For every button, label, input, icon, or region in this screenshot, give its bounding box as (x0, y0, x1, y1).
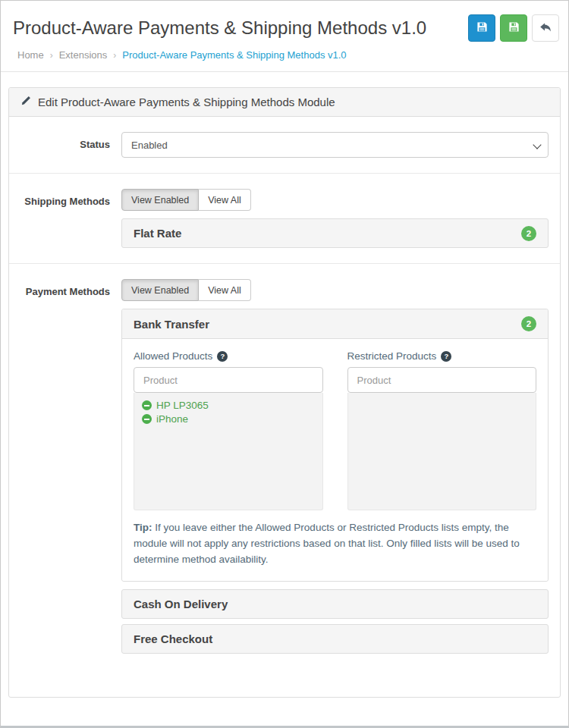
product-name: iPhone (156, 413, 188, 425)
allowed-products-input[interactable] (134, 367, 323, 393)
page-title: Product-Aware Payments & Shipping Method… (10, 13, 426, 42)
pencil-icon (20, 96, 31, 108)
admin-page: Product-Aware Payments & Shipping Method… (0, 0, 569, 728)
breadcrumb-separator: › (113, 50, 116, 61)
edit-module-panel: Edit Product-Aware Payments & Shipping M… (8, 87, 561, 698)
shipping-view-all-button[interactable]: View All (199, 189, 251, 211)
save-and-stay-button[interactable] (500, 14, 527, 42)
help-icon: ? (217, 351, 228, 362)
back-button[interactable] (532, 14, 559, 42)
bank-transfer-panel: Bank Transfer 2 Allowed Products ? (121, 309, 549, 582)
list-item-remove[interactable]: iPhone (142, 413, 315, 425)
restricted-products-input[interactable] (347, 367, 537, 393)
shipping-methods-label: Shipping Methods (20, 189, 121, 248)
status-label: Status (20, 132, 121, 158)
payment-view-all-button[interactable]: View All (199, 279, 251, 301)
tip-label: Tip: (134, 522, 152, 533)
breadcrumb-extensions[interactable]: Extensions (59, 49, 108, 61)
payment-view-enabled-button[interactable]: View Enabled (121, 279, 199, 301)
restricted-products-column: Restricted Products ? (347, 350, 537, 510)
save-button[interactable] (468, 14, 495, 42)
help-icon: ? (441, 351, 451, 362)
status-badge: 2 (521, 226, 536, 241)
shipping-view-enabled-button[interactable]: View Enabled (121, 189, 199, 211)
accordion-title: Free Checkout (134, 632, 212, 645)
tip-text: Tip: If you leave either the Allowed Pro… (134, 520, 536, 570)
payment-methods-form-group: Payment Methods View Enabled View All Ba… (9, 264, 560, 697)
panel-body: Status Enabled Shipping Methods View Ena… (9, 117, 560, 697)
shipping-view-toggle: View Enabled View All (121, 189, 251, 211)
panel-title: Edit Product-Aware Payments & Shipping M… (38, 96, 335, 108)
restricted-products-list (347, 393, 537, 510)
save-icon (508, 21, 520, 35)
breadcrumb: Home › Extensions › Product-Aware Paymen… (17, 49, 559, 61)
accordion-title: Bank Transfer (134, 318, 209, 331)
accordion-flat-rate[interactable]: Flat Rate 2 (121, 218, 549, 248)
page-header: Product-Aware Payments & Shipping Method… (1, 1, 568, 72)
restricted-products-label: Restricted Products (347, 350, 437, 362)
status-badge: 2 (521, 316, 536, 331)
list-item-remove[interactable]: HP LP3065 (142, 400, 315, 411)
panel-heading: Edit Product-Aware Payments & Shipping M… (9, 88, 560, 117)
accordion-bank-transfer[interactable]: Bank Transfer 2 (122, 309, 548, 339)
accordion-cash-on-delivery[interactable]: Cash On Delivery (121, 589, 549, 619)
status-select[interactable]: Enabled (121, 132, 549, 158)
payment-methods-label: Payment Methods (20, 279, 121, 682)
breadcrumb-current[interactable]: Product-Aware Payments & Shipping Method… (122, 49, 346, 61)
shipping-methods-form-group: Shipping Methods View Enabled View All F… (9, 174, 560, 264)
allowed-products-column: Allowed Products ? HP LP3065 (134, 350, 323, 510)
breadcrumb-separator: › (50, 50, 53, 61)
reply-arrow-icon (539, 21, 552, 36)
minus-circle-icon (142, 400, 152, 410)
header-actions (468, 13, 559, 42)
accordion-free-checkout[interactable]: Free Checkout (121, 624, 549, 654)
breadcrumb-home[interactable]: Home (17, 49, 44, 61)
accordion-title: Flat Rate (134, 227, 181, 240)
status-form-group: Status Enabled (9, 117, 560, 174)
bank-transfer-body: Allowed Products ? HP LP3065 (122, 339, 548, 581)
product-name: HP LP3065 (156, 400, 209, 411)
allowed-products-label: Allowed Products (134, 350, 212, 362)
save-icon (476, 21, 488, 35)
allowed-products-list: HP LP3065 iPhone (134, 393, 323, 510)
accordion-title: Cash On Delivery (134, 598, 228, 610)
minus-circle-icon (142, 414, 152, 424)
payment-view-toggle: View Enabled View All (121, 279, 251, 301)
